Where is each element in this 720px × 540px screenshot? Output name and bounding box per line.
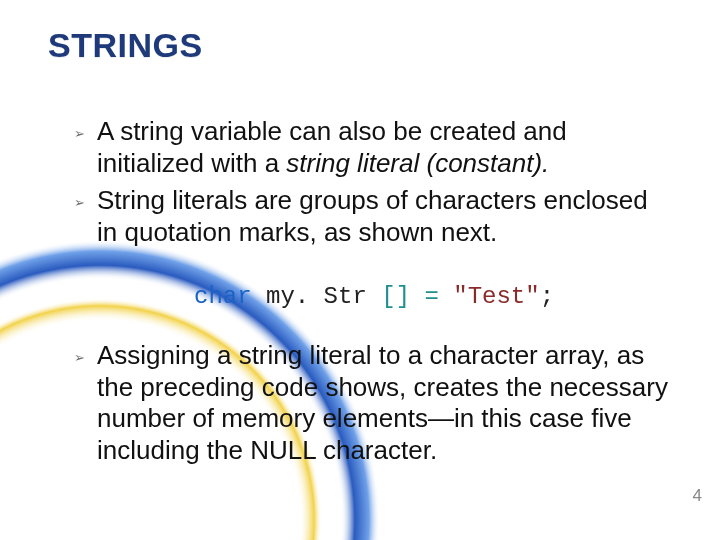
chevron-right-icon: ➢ [74, 350, 85, 365]
bullet-text: A string variable can also be created an… [97, 116, 670, 179]
slide-title: STRINGS [48, 26, 203, 65]
bullet-item: ➢ A string variable can also be created … [74, 116, 670, 179]
code-snippet: char my. Str [] = "Test"; [74, 283, 670, 310]
code-keyword: char [194, 283, 252, 310]
slide-body: ➢ A string variable can also be created … [74, 116, 670, 473]
slide-header: STRINGS [48, 26, 203, 65]
bullet-text: String literals are groups of characters… [97, 185, 670, 248]
slide: STRINGS ➢ A string variable can also be … [0, 0, 720, 540]
code-string: "Test" [453, 283, 539, 310]
chevron-right-icon: ➢ [74, 195, 85, 210]
bullet-item: ➢ String literals are groups of characte… [74, 185, 670, 248]
code-identifier: my. Str [252, 283, 382, 310]
bullet-text: Assigning a string literal to a characte… [97, 340, 670, 467]
bullet-text-italic: string literal (constant). [286, 148, 549, 178]
bullet-item: ➢ Assigning a string literal to a charac… [74, 340, 670, 467]
code-brackets: [] = [381, 283, 453, 310]
code-semicolon: ; [540, 283, 554, 310]
page-number: 4 [693, 486, 702, 506]
chevron-right-icon: ➢ [74, 126, 85, 141]
